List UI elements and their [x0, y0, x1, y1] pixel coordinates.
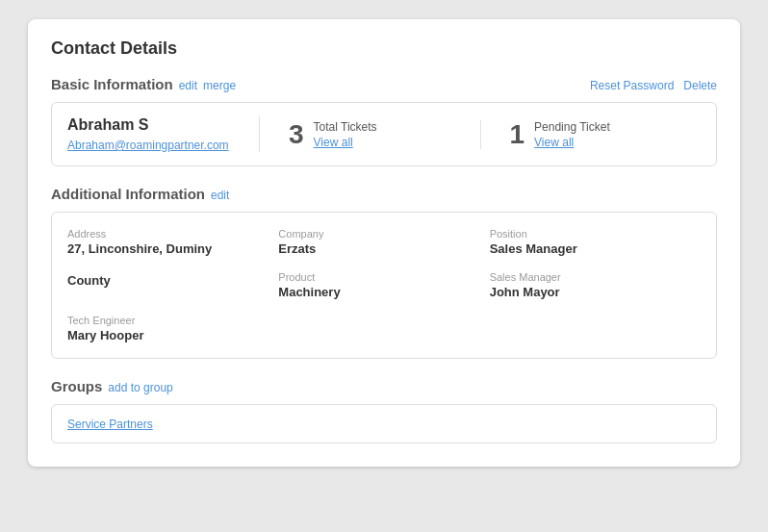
contact-email[interactable]: Abraham@roamingpartner.com [67, 139, 240, 152]
basic-info-edit-link[interactable]: edit [179, 79, 197, 92]
field-product-label: Product [278, 271, 489, 283]
field-tech-engineer: Tech Engineer Mary Hooper [67, 315, 278, 342]
groups-title: Groups [51, 378, 102, 394]
additional-info-grid: Address 27, Linconshire, Duminy Company … [67, 228, 701, 342]
field-company-value: Erzats [278, 241, 489, 256]
basic-info-actions: Reset Password Delete [590, 79, 717, 92]
groups-box: Service Partners [51, 404, 717, 443]
add-to-group-link[interactable]: add to group [108, 381, 172, 394]
basic-info-box: Abraham S Abraham@roamingpartner.com 3 T… [51, 102, 717, 166]
field-product: Product Machinery [278, 271, 489, 299]
groups-header: Groups add to group [51, 378, 717, 394]
reset-password-link[interactable]: Reset Password [590, 79, 674, 92]
total-tickets-view-link[interactable]: View all [314, 136, 377, 149]
basic-info-header: Basic Information edit merge Reset Passw… [51, 76, 717, 92]
field-tech-engineer-value: Mary Hooper [67, 328, 278, 342]
basic-info-merge-link[interactable]: merge [203, 79, 236, 92]
pending-tickets-number: 1 [510, 121, 525, 148]
field-address-value: 27, Linconshire, Duminy [67, 241, 278, 256]
pending-tickets-view-link[interactable]: View all [534, 136, 610, 149]
field-position-label: Position [490, 228, 701, 240]
additional-info-box: Address 27, Linconshire, Duminy Company … [51, 212, 717, 359]
field-county: County [67, 271, 278, 299]
contact-name: Abraham S [67, 116, 240, 134]
additional-info-header-left: Additional Information edit [51, 186, 229, 202]
contact-main: Abraham S Abraham@roamingpartner.com [67, 116, 260, 152]
pending-tickets-stat: 1 Pending Ticket View all [481, 120, 702, 149]
total-tickets-stat: 3 Total Tickets View all [260, 120, 481, 149]
total-tickets-info: Total Tickets View all [314, 120, 377, 149]
total-tickets-label: Total Tickets [314, 120, 377, 134]
pending-tickets-info: Pending Ticket View all [534, 120, 610, 149]
field-tech-engineer-label: Tech Engineer [67, 315, 278, 326]
pending-tickets-label: Pending Ticket [534, 120, 610, 134]
groups-header-left: Groups add to group [51, 378, 173, 394]
field-address-label: Address [67, 228, 278, 240]
groups-section: Groups add to group Service Partners [51, 378, 717, 443]
page-title: Contact Details [51, 38, 717, 59]
basic-info-title: Basic Information [51, 76, 173, 92]
field-sales-manager-value: John Mayor [490, 285, 701, 299]
basic-info-header-left: Basic Information edit merge [51, 76, 236, 92]
field-sales-manager-label: Sales Manager [490, 271, 701, 283]
field-company: Company Erzats [278, 228, 489, 256]
field-address: Address 27, Linconshire, Duminy [67, 228, 278, 256]
field-position: Position Sales Manager [490, 228, 701, 256]
delete-link[interactable]: Delete [683, 79, 717, 92]
additional-info-header: Additional Information edit [51, 186, 717, 202]
field-company-label: Company [278, 228, 489, 240]
additional-info-title: Additional Information [51, 186, 205, 202]
field-product-value: Machinery [278, 285, 489, 299]
field-position-value: Sales Manager [490, 241, 701, 256]
contact-details-card: Contact Details Basic Information edit m… [28, 19, 740, 467]
field-county-value: County [67, 273, 278, 288]
field-sales-manager: Sales Manager John Mayor [490, 271, 701, 299]
additional-info-edit-link[interactable]: edit [211, 189, 229, 202]
total-tickets-number: 3 [289, 121, 304, 148]
group-service-partners[interactable]: Service Partners [67, 418, 153, 431]
